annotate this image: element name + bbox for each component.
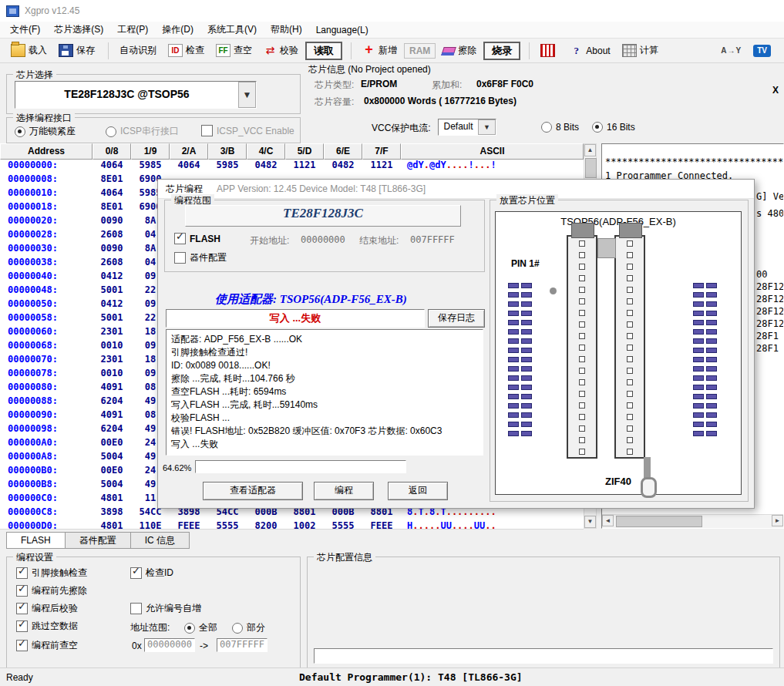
bits8-radio[interactable]: 8 Bits — [541, 122, 579, 133]
verify-after-checkbox[interactable]: 编程后校验 — [16, 602, 78, 615]
end-address-label: 结束地址: — [359, 234, 399, 247]
clipped-log-fragment: 28F12 — [756, 281, 784, 292]
zif-hole — [627, 414, 633, 420]
bits16-radio[interactable]: 16 Bits — [592, 122, 635, 133]
tv-button[interactable]: TV — [749, 42, 776, 59]
return-button[interactable]: 返回 — [388, 482, 448, 500]
socket-pin — [521, 422, 532, 427]
socket-pin — [693, 329, 704, 335]
socket-pin — [508, 357, 519, 362]
menu-item[interactable]: 帮助(H) — [264, 23, 309, 36]
tab-flash[interactable]: FLASH — [6, 532, 66, 549]
socket-pin — [521, 366, 532, 372]
menu-item[interactable]: 文件(F) — [3, 23, 47, 36]
capacity-label: 芯片容量: — [315, 96, 354, 109]
socket-pin — [693, 366, 704, 372]
plus-icon — [362, 45, 375, 56]
socket-pin — [693, 394, 704, 399]
pin-check-checkbox[interactable]: 引脚接触检查 — [16, 567, 87, 580]
scroll-up-button[interactable]: ▲ — [584, 144, 596, 156]
view-adapter-button[interactable]: 查看适配器 — [203, 482, 303, 500]
chip-select-dropdown-button[interactable]: ▼ — [238, 82, 256, 108]
menu-item[interactable]: 工程(P) — [110, 23, 155, 36]
ram-button[interactable]: RAM — [404, 43, 436, 59]
socket-radio[interactable]: 万能锁紧座 — [15, 125, 76, 138]
zif-hole — [579, 275, 585, 281]
scroll-thumb[interactable] — [616, 516, 702, 527]
program-button[interactable]: 编程 — [314, 482, 374, 500]
check-id-checkbox[interactable]: 检查ID — [130, 567, 173, 580]
burn-button[interactable]: 烧录 — [483, 42, 520, 60]
calculator-button[interactable]: 计算 — [617, 42, 663, 59]
erase-before-checkbox[interactable]: 编程前先擦除 — [16, 584, 87, 597]
check-id-button[interactable]: 检查 — [163, 42, 209, 59]
menu-item[interactable]: Language(L) — [309, 25, 375, 35]
socket-pin — [508, 283, 519, 288]
blank-check-button[interactable]: 查空 — [211, 42, 257, 59]
tab-device-config[interactable]: 器件配置 — [66, 532, 131, 549]
address-from-field[interactable]: 00000000 — [144, 638, 195, 652]
zif-hole — [627, 345, 633, 351]
toolbar-separator — [351, 42, 352, 59]
clipped-log-fragment: s 480 — [756, 208, 784, 219]
hex-address: 000000C8: — [0, 506, 93, 520]
icsp-vcc-checkbox[interactable]: ICSP_VCC Enable — [201, 125, 294, 136]
zif-hole — [579, 310, 585, 316]
about-button-label: About — [586, 45, 610, 56]
address-to-field[interactable]: 007FFFFF — [217, 638, 268, 652]
verify-button[interactable]: 校验 — [259, 42, 303, 59]
bits8-label: 8 Bits — [556, 122, 579, 133]
menu-item[interactable]: 操作(D) — [155, 23, 200, 36]
flash-checkbox[interactable]: FLASH — [174, 233, 220, 244]
hex-row[interactable]: 000000D0:4801110EFEEE5555820010025555FEE… — [0, 520, 584, 530]
hex-address: 00000068: — [0, 340, 93, 354]
vcc-dropdown-button[interactable]: ▼ — [478, 119, 496, 135]
socket-pin — [706, 403, 717, 409]
hex-value: 2608 — [93, 229, 131, 243]
pin-row — [693, 348, 717, 353]
scroll-left-button[interactable]: ◄ — [602, 515, 614, 526]
about-button[interactable]: About — [565, 42, 614, 59]
save-button[interactable]: 保存 — [54, 42, 99, 59]
skip-blank-checkbox[interactable]: 跳过空数据 — [16, 620, 78, 633]
serial-increment-checkbox[interactable]: 允许编号自增 — [130, 602, 201, 615]
pin-row — [693, 301, 717, 307]
pin-row — [693, 292, 717, 298]
gang-burn-button[interactable] — [536, 42, 563, 59]
erase-button[interactable]: 擦除 — [438, 42, 481, 59]
socket-pin — [706, 412, 717, 418]
icsp-radio[interactable]: ICSP串行接口 — [106, 125, 179, 138]
socket-pin — [693, 403, 704, 409]
menu-item[interactable]: 系统工具(V) — [200, 23, 264, 36]
clipped-log-fragment: 28F12 — [756, 306, 784, 317]
tab-ic-info[interactable]: IC 信息 — [131, 532, 190, 549]
hex-row[interactable]: 00000000:4064598540645985048211210482112… — [0, 160, 584, 173]
range-part-radio[interactable]: 部分 — [232, 621, 265, 634]
log-line: 写入 ...失败 — [171, 438, 478, 451]
hex-value: 8E01 — [93, 201, 131, 215]
scroll-thumb[interactable] — [585, 158, 597, 178]
log-line: 擦除 ...完成, 耗时...104.766 秒 — [171, 372, 478, 385]
vcc-current-combo[interactable]: Default ▼ — [438, 119, 496, 136]
check-id-button-label: 检查 — [186, 44, 204, 57]
load-button[interactable]: 载入 — [6, 42, 52, 59]
scroll-right-button[interactable]: ► — [772, 515, 783, 526]
save-log-button[interactable]: 保存日志 — [428, 309, 485, 328]
hex-value: 0482 — [247, 160, 285, 173]
chip-select-combo[interactable]: TE28F128J3C @TSOP56 ▼ — [15, 81, 257, 109]
data-convert-button[interactable]: A→Y — [716, 44, 746, 57]
log-horizontal-scrollbar[interactable]: ◄ ► — [602, 514, 783, 528]
socket-pin — [508, 329, 519, 335]
add-new-button[interactable]: 新增 — [358, 42, 402, 59]
device-config-checkbox[interactable]: 器件配置 — [174, 251, 227, 264]
auto-detect-button[interactable]: 自动识别 — [115, 42, 161, 59]
range-all-radio[interactable]: 全部 — [184, 621, 217, 634]
dialog-title-bar[interactable]: 芯片编程 APP Version: 12.45 Device Model: T4… — [158, 180, 754, 199]
dialog-chip-name: TE28F128J3C — [185, 205, 461, 227]
socket-pin — [508, 301, 519, 307]
read-button[interactable]: 读取 — [305, 42, 342, 60]
socket-pin — [508, 385, 519, 390]
menu-item[interactable]: 芯片选择(S) — [47, 23, 110, 36]
scroll-down-button[interactable]: ▼ — [584, 516, 596, 528]
blank-before-checkbox[interactable]: 编程前查空 — [16, 639, 78, 652]
